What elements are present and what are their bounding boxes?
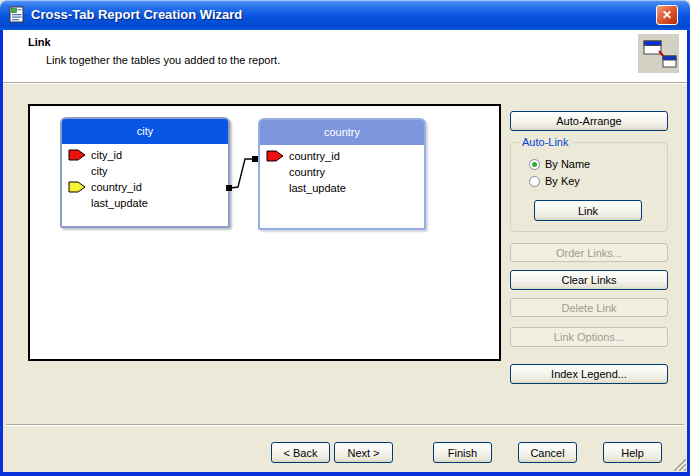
- table-node-country[interactable]: country country_id country last_update: [258, 118, 426, 230]
- wizard-step-header: Link Link together the tables you added …: [3, 30, 687, 83]
- auto-arrange-button[interactable]: Auto-Arrange: [510, 111, 668, 131]
- link-canvas[interactable]: city city_id city country_id: [28, 104, 501, 361]
- next-button[interactable]: Next >: [334, 442, 393, 463]
- field-row[interactable]: country: [266, 164, 420, 180]
- close-icon: ✕: [662, 8, 672, 22]
- radio-label: By Name: [545, 158, 590, 170]
- wizard-dialog: Cross-Tab Report Creation Wizard ✕ Link …: [0, 0, 690, 476]
- link-options-button: Link Options...: [510, 327, 668, 347]
- index-legend-button[interactable]: Index Legend...: [510, 364, 668, 384]
- resize-grip[interactable]: [669, 456, 686, 471]
- window-title: Cross-Tab Report Creation Wizard: [31, 0, 242, 30]
- order-links-button: Order Links...: [510, 243, 668, 262]
- report-document-icon: [8, 6, 25, 23]
- delete-link-button: Delete Link: [510, 298, 668, 317]
- radio-selected-icon: [529, 159, 540, 170]
- field-row[interactable]: city_id: [68, 147, 224, 163]
- footer-divider: [6, 424, 684, 426]
- field-row[interactable]: last_update: [68, 195, 224, 211]
- radio-by-key[interactable]: By Key: [529, 175, 580, 187]
- field-name: city_id: [91, 149, 122, 161]
- cancel-button[interactable]: Cancel: [518, 442, 577, 463]
- page-title: Link: [28, 36, 51, 48]
- titlebar[interactable]: Cross-Tab Report Creation Wizard ✕: [0, 0, 690, 30]
- field-name: country_id: [91, 181, 142, 193]
- window-border-bottom: [0, 472, 690, 476]
- table-field-list: country_id country last_update: [260, 145, 424, 196]
- field-name: last_update: [289, 182, 346, 194]
- field-row[interactable]: country_id: [266, 148, 420, 164]
- primary-key-arrow-icon: [266, 150, 289, 162]
- field-name: country: [289, 166, 325, 178]
- index-key-arrow-icon: [68, 181, 91, 193]
- radio-label: By Key: [545, 175, 580, 187]
- radio-unselected-icon: [529, 176, 540, 187]
- clear-links-button[interactable]: Clear Links: [510, 270, 668, 290]
- field-row[interactable]: country_id: [68, 179, 224, 195]
- table-field-list: city_id city country_id last_update: [62, 144, 228, 211]
- radio-by-name[interactable]: By Name: [529, 158, 590, 170]
- link-button[interactable]: Link: [534, 200, 642, 221]
- close-button[interactable]: ✕: [656, 5, 678, 25]
- field-name: country_id: [289, 150, 340, 162]
- field-name: last_update: [91, 197, 148, 209]
- table-node-city[interactable]: city city_id city country_id: [60, 117, 230, 228]
- linked-tables-icon: [638, 34, 679, 73]
- page-subtitle: Link together the tables you added to th…: [46, 54, 280, 66]
- auto-link-groupbox: Auto-Link By Name By Key Link: [510, 142, 668, 232]
- primary-key-arrow-icon: [68, 149, 91, 161]
- table-header[interactable]: city: [62, 119, 228, 144]
- back-button[interactable]: < Back: [271, 442, 330, 463]
- finish-button[interactable]: Finish: [433, 442, 492, 463]
- field-row[interactable]: last_update: [266, 180, 420, 196]
- field-row[interactable]: city: [68, 163, 224, 179]
- table-header[interactable]: country: [260, 120, 424, 145]
- window-border-left: [0, 30, 3, 472]
- auto-link-label: Auto-Link: [519, 136, 571, 148]
- help-button[interactable]: Help: [603, 442, 662, 463]
- field-name: city: [91, 165, 108, 177]
